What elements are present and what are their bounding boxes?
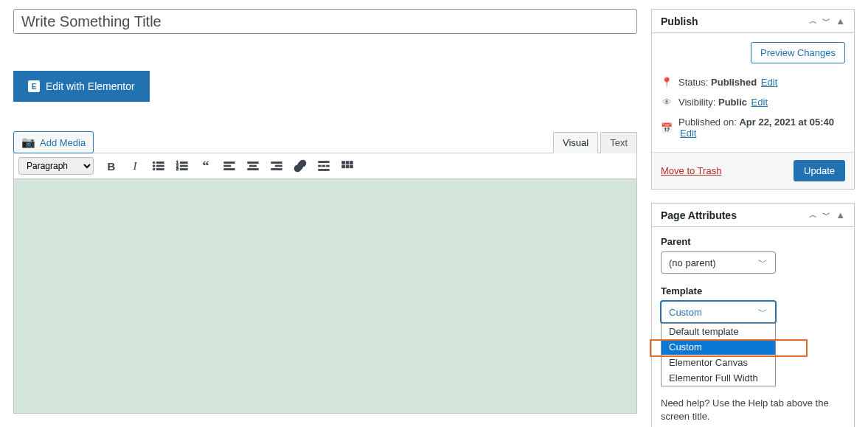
edit-status-link[interactable]: Edit [761, 77, 777, 88]
svg-rect-5 [156, 169, 164, 170]
publish-box: Publish ︿ ﹀ ▲ Preview Changes 📍 Status: … [651, 9, 855, 190]
calendar-icon: 📅 [661, 122, 673, 133]
editor-content-area[interactable] [13, 179, 637, 414]
tab-text[interactable]: Text [600, 132, 637, 153]
link-button[interactable] [290, 156, 310, 176]
numbered-list-button[interactable]: 123 [172, 156, 192, 176]
published-label: Published on: [678, 117, 737, 128]
align-center-button[interactable] [243, 156, 263, 176]
parent-label: Parent [661, 236, 845, 247]
edit-date-link[interactable]: Edit [680, 128, 696, 139]
bold-button[interactable]: B [101, 156, 122, 176]
published-value: Apr 22, 2021 at 05:40 [739, 117, 834, 128]
template-option-default[interactable]: Default template [662, 324, 775, 339]
svg-rect-1 [156, 162, 164, 164]
read-more-button[interactable] [313, 156, 334, 176]
svg-rect-11 [180, 169, 187, 170]
svg-rect-12 [224, 162, 235, 164]
move-to-trash-link[interactable]: Move to Trash [661, 165, 721, 176]
toggle-panel-icon[interactable]: ▲ [836, 209, 845, 221]
chevron-down-icon[interactable]: ﹀ [822, 209, 830, 221]
chevron-up-icon[interactable]: ︿ [809, 15, 817, 27]
add-media-button[interactable]: 📷 Add Media [13, 131, 94, 153]
svg-rect-15 [248, 162, 258, 164]
svg-rect-26 [342, 162, 345, 164]
svg-rect-13 [224, 165, 231, 167]
visibility-label: Visibility: [678, 97, 715, 108]
parent-select[interactable]: (no parent) ﹀ [661, 251, 776, 274]
visibility-icon: 👁 [661, 97, 673, 108]
svg-rect-22 [319, 165, 322, 167]
add-media-label: Add Media [40, 137, 86, 148]
help-text: Need help? Use the Help tab above the sc… [661, 397, 845, 423]
svg-point-0 [153, 162, 155, 164]
edit-visibility-link[interactable]: Edit [751, 97, 768, 108]
template-value: Custom [669, 307, 702, 318]
svg-rect-28 [350, 162, 353, 164]
italic-button[interactable]: I [125, 156, 145, 176]
chevron-down-icon: ﹀ [758, 305, 768, 319]
svg-rect-16 [250, 165, 257, 167]
visibility-value: Public [718, 97, 747, 108]
svg-rect-21 [319, 162, 329, 163]
svg-point-4 [153, 168, 155, 170]
post-title-input[interactable] [13, 9, 637, 34]
template-select[interactable]: Custom ﹀ [661, 301, 776, 323]
parent-value: (no parent) [669, 257, 716, 268]
edit-with-elementor-button[interactable]: E Edit with Elementor [13, 71, 150, 102]
svg-rect-3 [156, 165, 164, 167]
page-attributes-box: Page Attributes ︿ ﹀ ▲ Parent (no parent)… [651, 203, 855, 427]
svg-point-2 [153, 165, 155, 167]
template-option-custom[interactable]: Custom [662, 339, 775, 355]
svg-rect-18 [271, 162, 282, 164]
toolbar-toggle-button[interactable] [337, 156, 358, 176]
bulleted-list-button[interactable] [148, 156, 169, 176]
svg-rect-19 [275, 165, 282, 167]
svg-rect-29 [342, 165, 345, 168]
paragraph-format-select[interactable]: Paragraph [18, 157, 94, 175]
editor-toolbar: Paragraph B I 123 “ [13, 153, 637, 179]
publish-header: Publish [661, 15, 698, 27]
toggle-panel-icon[interactable]: ▲ [836, 15, 845, 27]
svg-rect-17 [248, 169, 258, 170]
camera-music-icon: 📷 [21, 136, 35, 149]
svg-rect-20 [271, 169, 282, 170]
align-left-button[interactable] [219, 156, 240, 176]
status-value: Published [711, 77, 757, 88]
svg-rect-24 [327, 165, 330, 167]
chevron-up-icon[interactable]: ︿ [809, 209, 817, 221]
svg-text:3: 3 [176, 167, 178, 171]
svg-rect-30 [346, 165, 349, 168]
template-option-full[interactable]: Elementor Full Width [662, 370, 775, 386]
template-option-canvas[interactable]: Elementor Canvas [662, 355, 775, 370]
svg-rect-14 [224, 169, 235, 170]
svg-rect-23 [322, 165, 325, 167]
svg-rect-25 [319, 170, 329, 171]
status-label: Status: [678, 77, 708, 88]
tab-visual[interactable]: Visual [553, 132, 598, 153]
chevron-down-icon[interactable]: ﹀ [822, 15, 830, 27]
chevron-down-icon: ﹀ [758, 256, 768, 269]
elementor-button-label: Edit with Elementor [46, 80, 135, 92]
preview-changes-button[interactable]: Preview Changes [751, 42, 845, 63]
template-dropdown-list: Default template Custom Elementor Canvas… [661, 323, 776, 386]
blockquote-button[interactable]: “ [195, 156, 216, 176]
svg-rect-7 [180, 162, 187, 164]
elementor-icon: E [28, 80, 40, 92]
pin-icon: 📍 [661, 77, 673, 88]
update-button[interactable]: Update [794, 160, 845, 181]
template-label: Template [661, 285, 845, 296]
svg-rect-31 [350, 165, 353, 168]
align-right-button[interactable] [266, 156, 287, 176]
svg-rect-9 [180, 165, 187, 167]
page-attributes-header: Page Attributes [661, 209, 737, 221]
svg-rect-27 [346, 162, 349, 164]
